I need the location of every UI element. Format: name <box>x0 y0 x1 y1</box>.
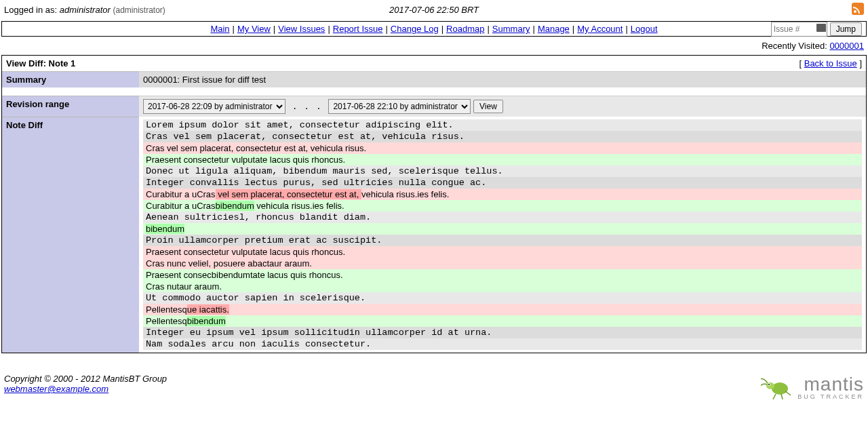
nav-link-report-issue[interactable]: Report Issue <box>333 24 383 34</box>
nav-separator: | <box>570 24 577 34</box>
diff-segment: Pellentesq <box>146 304 187 315</box>
logo-small-text: BUG TRACKER <box>797 394 864 400</box>
nav-link-roadmap[interactable]: Roadmap <box>446 24 484 34</box>
diff-body: Lorem ipsum dolor sit amet, consectetur … <box>139 117 866 353</box>
view-button[interactable]: View <box>473 100 503 113</box>
mantis-logo: mantis BUG TRACKER <box>761 374 864 401</box>
copyright-text: Copyright © 2000 - 2012 MantisBT Group <box>4 374 167 384</box>
webmaster-email-link[interactable]: webmaster@example.com <box>4 384 108 394</box>
diff-line: Curabitur a uCrasbibendum vehicula risus… <box>143 200 862 212</box>
diff-segment: Cras vel sem placerat, consectetur est a… <box>146 143 366 153</box>
diff-segment: Curabitur a uCras <box>146 201 216 211</box>
summary-value: 0000001: First issue for diff test <box>139 72 866 88</box>
nav-link-my-account[interactable]: My Account <box>577 24 623 34</box>
diff-segment: Praesent consectetur vulputate lacus qui… <box>146 155 345 165</box>
keyboard-icon <box>816 24 826 32</box>
logo-big-text: mantis <box>804 375 864 394</box>
svg-point-0 <box>772 382 788 395</box>
diff-segment: Pellentesq <box>146 316 187 326</box>
diff-panel: View Diff: Note 1 [ Back to Issue ] Summ… <box>1 55 867 353</box>
diff-inline-added: bibendum <box>187 316 226 326</box>
rss-icon <box>852 3 864 15</box>
diff-segment: Praesent consectetur vulputate lacus qui… <box>146 247 345 257</box>
back-to-issue-link[interactable]: Back to Issue <box>804 58 857 68</box>
diff-line: Donec ut ligula aliquam, bibendum mauris… <box>143 165 862 177</box>
revision-range-controls: 2017-06-28 22:09 by administrator . . . … <box>139 96 866 117</box>
nav-link-view-issues[interactable]: View Issues <box>278 24 325 34</box>
recently-label: Recently Visited: <box>762 41 827 51</box>
diff-inline-removed: ue iacattis. <box>187 304 229 315</box>
diff-line: Curabitur a uCras vel sem placerat, cons… <box>143 189 862 200</box>
revision-to-select[interactable]: 2017-06-28 22:10 by administrator <box>328 99 471 114</box>
back-prefix: [ <box>799 58 804 68</box>
nav-jump-form: Jump <box>771 22 862 37</box>
top-info-bar: Logged in as: administrator (administrat… <box>0 0 868 21</box>
diff-line: Praesent consectetur vulputate lacus qui… <box>143 154 862 165</box>
diff-line: Praesent consectetur vulputate lacus qui… <box>143 246 862 258</box>
diff-segment: vehicula risus.ies felis. <box>361 189 449 199</box>
diff-line: Cras vel sem placerat, consectetur est a… <box>143 142 862 154</box>
diff-line: Integer eu ipsum vel ipsum sollicitudin … <box>143 327 862 338</box>
panel-title: View Diff: Note 1 <box>2 56 139 72</box>
recently-link[interactable]: 0000001 <box>829 41 864 51</box>
diff-line: Nam sodales arcu non iaculis consectetur… <box>143 338 862 350</box>
nav-link-manage[interactable]: Manage <box>538 24 570 34</box>
diff-inline-removed: vel sem placerat, consectetur est at, <box>216 189 361 199</box>
diff-line: Praesent consecbibendumtate lacus quis r… <box>143 269 862 281</box>
diff-line: Lorem ipsum dolor sit amet, consectetur … <box>143 119 862 131</box>
diff-line: bibendum <box>143 223 862 235</box>
diff-segment: Curabitur a uCras <box>146 189 216 199</box>
nav-link-logout[interactable]: Logout <box>631 24 658 34</box>
nav-separator: | <box>530 24 537 34</box>
rss-link[interactable] <box>852 3 864 17</box>
diff-segment: Praesent consecbibendumtate lacus quis r… <box>146 270 343 280</box>
diff-segment: Cras nutaur araum. <box>146 281 222 292</box>
panel-back-cell: [ Back to Issue ] <box>139 56 866 72</box>
summary-label: Summary <box>2 72 139 88</box>
diff-inline-added: bibendum <box>216 201 254 211</box>
nav-separator: | <box>325 24 332 34</box>
nav-separator: | <box>484 24 492 34</box>
diff-line: Cras nunc veliel, posuere abactaur araum… <box>143 258 862 269</box>
diff-inline-added: bibendum <box>146 224 184 234</box>
diff-line: Pellentesqbibendum <box>143 315 862 327</box>
diff-line: Aenean sultriciesl, rhoncus blandit diam… <box>143 212 862 223</box>
nav-separator: | <box>623 24 630 34</box>
diff-line: Pellentesque iacattis. <box>143 304 862 315</box>
diff-line: Cras vel sem placerat, consectetur est a… <box>143 131 862 142</box>
mantis-logo-text: mantis BUG TRACKER <box>797 375 864 400</box>
diff-line: Proin ullamcorper pretium erat ac suscip… <box>143 235 862 246</box>
issue-input-wrap <box>771 22 827 37</box>
mantis-bug-icon <box>761 374 793 401</box>
footer-copy: Copyright © 2000 - 2012 MantisBT Group w… <box>4 374 167 394</box>
nav-separator: | <box>271 24 278 34</box>
nav-link-summary[interactable]: Summary <box>492 24 530 34</box>
nav-separator: | <box>230 24 237 34</box>
footer: Copyright © 2000 - 2012 MantisBT Group w… <box>0 353 868 405</box>
back-suffix: ] <box>857 58 862 68</box>
diff-line: Ut commodo auctor sapien in scelerisque. <box>143 292 862 304</box>
revision-dots: . . . <box>288 101 326 111</box>
diff-segment: Cras nunc veliel, posuere abactaur araum… <box>146 258 312 269</box>
main-nav: Main|My View|View Issues|Report Issue|Ch… <box>1 21 867 37</box>
diff-line: Cras nutaur araum. <box>143 281 862 292</box>
server-datetime: 2017-07-06 22:50 BRT <box>0 5 868 15</box>
nav-link-my-view[interactable]: My View <box>237 24 271 34</box>
diff-segment: vehicula risus.ies felis. <box>254 201 344 211</box>
svg-point-1 <box>766 382 774 389</box>
recently-visited: Recently Visited: 0000001 <box>0 37 868 55</box>
svg-point-3 <box>768 384 770 385</box>
nav-link-change-log[interactable]: Change Log <box>391 24 439 34</box>
nav-separator: | <box>439 24 446 34</box>
revision-range-label: Revision range <box>2 96 139 117</box>
note-diff-label: Note Diff <box>2 117 139 353</box>
nav-link-main[interactable]: Main <box>210 24 229 34</box>
diff-line: Integer convallis lectus purus, sed ultr… <box>143 177 862 189</box>
nav-links: Main|My View|View Issues|Report Issue|Ch… <box>210 24 657 34</box>
nav-separator: | <box>382 24 390 34</box>
jump-button[interactable]: Jump <box>830 22 862 36</box>
revision-from-select[interactable]: 2017-06-28 22:09 by administrator <box>143 99 285 114</box>
